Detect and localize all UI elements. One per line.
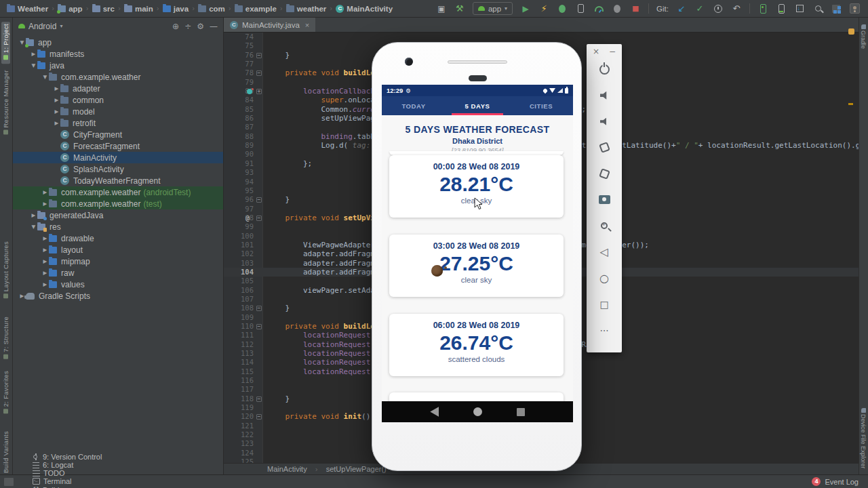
tree-item-manifests[interactable]: ▶manifests [13, 48, 223, 60]
statusbar-item-6-logcat[interactable]: 6: Logcat [33, 461, 102, 469]
tree-item-adapter[interactable]: ▶adapter [13, 83, 223, 94]
tree-item-res[interactable]: ▼res [13, 221, 223, 232]
statusbar-item-todo[interactable]: TODO [33, 469, 102, 477]
profile-avatar[interactable] [849, 3, 860, 15]
breadcrumb-item-main[interactable]: main [124, 5, 153, 13]
sidebar-item-7-structure[interactable]: 7: Structure [1, 314, 10, 363]
sidebar-item-gradle[interactable]: Gradle [860, 23, 867, 49]
tree-item-common[interactable]: ▶common [13, 94, 223, 106]
statusbar-item-9-version-control[interactable]: 9: Version Control [33, 453, 102, 461]
tree-expand-icon[interactable]: ▶ [41, 281, 49, 287]
breadcrumb-item-mainactivity[interactable]: CMainActivity [336, 5, 393, 13]
code-line-74[interactable]: 74 [224, 33, 859, 41]
breadcrumb-item-example[interactable]: example [235, 5, 277, 13]
apply-code-changes-button[interactable] [575, 3, 586, 15]
profile-button[interactable] [593, 3, 604, 15]
fold-expand-icon[interactable]: + [256, 89, 262, 94]
back-button[interactable]: ◁ [587, 239, 622, 266]
close-icon[interactable]: × [305, 21, 309, 29]
tree-item-splashactivity[interactable]: CSplashActivity [13, 163, 223, 175]
tree-expand-icon[interactable]: ▶ [41, 270, 49, 276]
tree-item-values[interactable]: ▶values [13, 279, 223, 290]
tree-item-model[interactable]: ▶model [13, 106, 223, 117]
rotate-right-button[interactable] [587, 161, 622, 187]
tree-item-app[interactable]: ▼app [13, 37, 223, 48]
tree-expand-icon[interactable]: ▶ [41, 235, 49, 241]
tree-item-retrofit[interactable]: ▶retrofit [13, 117, 223, 129]
statusbar-item-terminal[interactable]: Terminal [33, 477, 102, 485]
sdk-manager-button[interactable] [794, 3, 805, 15]
layout-window-button[interactable]: ▣ [436, 3, 447, 15]
breadcrumb-item-java[interactable]: java [163, 5, 189, 13]
tree-collapse-icon[interactable]: ▼ [30, 224, 37, 230]
fold-marker-icon[interactable]: − [256, 70, 262, 76]
project-structure-button[interactable] [831, 3, 842, 15]
project-view-selector[interactable]: Android [28, 22, 56, 31]
sidebar-item-layout-captures[interactable]: Layout Captures [1, 239, 10, 302]
git-rollback-button[interactable]: ↶ [731, 3, 742, 15]
git-commit-button[interactable]: ✓ [694, 3, 705, 15]
settings-button[interactable]: ⚙ [197, 22, 204, 31]
tree-expand-icon[interactable]: ▶ [30, 212, 37, 218]
device-manager-button[interactable] [776, 3, 787, 15]
editor-breadcrumb-item[interactable]: MainActivity [267, 465, 307, 473]
volume-down-button[interactable] [587, 108, 622, 135]
tree-item-mainactivity[interactable]: CMainActivity [13, 152, 223, 163]
git-history-button[interactable] [713, 3, 724, 15]
attach-debugger-button[interactable] [612, 3, 623, 15]
statusbar-item-build[interactable]: ⚒Build [33, 485, 102, 488]
tree-item-layout[interactable]: ▶layout [13, 244, 223, 256]
tab-today[interactable]: TODAY [382, 96, 446, 115]
tree-collapse-icon[interactable]: ▼ [41, 74, 49, 80]
tree-item-todayweatherfragment[interactable]: CTodayWeatherFragment [13, 175, 223, 186]
tree-item-generatedjava[interactable]: ▶generatedJava [13, 209, 223, 221]
event-log-button[interactable]: 4 Event Log [812, 477, 868, 486]
tab-cities[interactable]: CITIES [509, 96, 573, 115]
debug-button[interactable] [557, 3, 568, 15]
minimize-icon[interactable]: − [609, 47, 616, 56]
fold-marker-icon[interactable]: − [256, 197, 262, 203]
more-button[interactable]: ⋯ [587, 317, 622, 344]
tree-item-com-example-weather-test[interactable]: ▶com.example.weather(test) [13, 198, 223, 209]
breadcrumb-item-src[interactable]: src [92, 5, 115, 13]
fold-marker-icon[interactable]: − [256, 324, 262, 329]
tree-expand-icon[interactable]: ▶ [53, 120, 60, 126]
nav-back-icon[interactable] [430, 407, 439, 417]
hide-panel-button[interactable]: — [210, 22, 218, 31]
breadcrumb-item-weather[interactable]: Weather [7, 5, 48, 13]
tree-expand-icon[interactable]: ▶ [41, 247, 49, 253]
sidebar-item-device-file-explorer[interactable]: Device File Explorer [860, 407, 867, 469]
tab-mainactivity-java[interactable]: C MainActivity.java × [224, 18, 315, 32]
tree-expand-icon[interactable]: ▶ [41, 189, 49, 195]
overview-button[interactable]: □ [587, 291, 622, 318]
tree-item-gradle-scripts[interactable]: ▶Gradle Scripts [13, 290, 223, 302]
toolwindow-toggle-icon[interactable] [4, 478, 14, 486]
tree-item-forecastfragment[interactable]: CForecastFragment [13, 140, 223, 152]
volume-up-button[interactable] [587, 83, 622, 109]
breadcrumb-item-com[interactable]: com [198, 5, 225, 13]
override-method-icon[interactable] [247, 89, 252, 94]
breadcrumb-item-app[interactable]: app [58, 5, 82, 13]
fold-marker-icon[interactable]: − [256, 306, 262, 311]
locate-button[interactable]: ⊕ [172, 22, 179, 31]
build-hammer-button[interactable]: ⚒ [454, 3, 465, 15]
tree-expand-icon[interactable]: ▶ [41, 258, 49, 264]
screenshot-button[interactable] [587, 187, 622, 214]
power-button[interactable] [587, 56, 622, 83]
tree-item-drawable[interactable]: ▶drawable [13, 232, 223, 244]
search-everywhere-button[interactable] [812, 3, 823, 15]
breadcrumb-item-weather[interactable]: weather [286, 5, 326, 13]
tree-item-mipmap[interactable]: ▶mipmap [13, 256, 223, 267]
zoom-button[interactable] [587, 213, 622, 239]
sidebar-item-1-project[interactable]: 1: Project [1, 22, 10, 64]
tree-expand-icon[interactable]: ▶ [53, 85, 60, 92]
tree-collapse-icon[interactable]: ▼ [30, 62, 37, 68]
run-config-combo[interactable]: app▾ [473, 2, 513, 15]
tree-item-cityfragment[interactable]: CCityFragment [13, 129, 223, 140]
tree-expand-icon[interactable]: ▶ [41, 201, 49, 207]
tree-item-raw[interactable]: ▶raw [13, 267, 223, 279]
tree-expand-icon[interactable]: ▶ [53, 108, 60, 115]
tree-expand-icon[interactable]: ▶ [53, 97, 60, 103]
avd-manager-button[interactable] [757, 3, 768, 15]
fold-marker-icon[interactable]: − [256, 216, 262, 221]
